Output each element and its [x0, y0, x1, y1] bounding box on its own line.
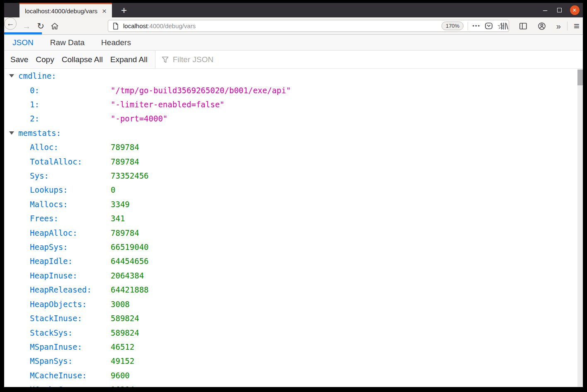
json-row: HeapIdle:64454656 [4, 254, 577, 268]
json-value: 789784 [111, 143, 139, 152]
json-row: HeapInuse:2064384 [4, 269, 577, 283]
json-key: TotalAlloc: [30, 157, 82, 166]
new-tab-button[interactable]: + [118, 3, 130, 17]
json-row: HeapObjects:3008 [4, 297, 577, 311]
close-icon: × [570, 5, 580, 15]
json-key: Alloc: [30, 143, 58, 152]
tab-close-icon[interactable]: × [101, 7, 108, 15]
json-viewer-tabs: JSON Raw Data Headers [4, 35, 583, 51]
json-value: "-limiter-enabled=false" [111, 100, 225, 109]
filter-funnel-icon [161, 56, 169, 63]
json-row: 0:"/tmp/go-build3569265020/b001/exe/api" [4, 83, 577, 97]
collapse-all-button[interactable]: Collapse All [62, 55, 103, 64]
library-icon[interactable] [500, 22, 509, 30]
json-key: Frees: [30, 214, 58, 223]
json-key: 0: [30, 86, 39, 95]
json-key: Lookups: [30, 185, 68, 194]
json-key: StackInuse: [30, 314, 82, 323]
save-button[interactable]: Save [10, 55, 28, 64]
hamburger-menu-icon[interactable]: ≡ [574, 21, 580, 31]
json-row: MSpanSys:49152 [4, 354, 577, 368]
minimize-button[interactable]: – [538, 6, 552, 15]
json-key: cmdline: [18, 71, 56, 80]
url-bar[interactable]: localhost:4000/debug/vars 170% ••• ☆ [108, 20, 509, 32]
json-key: HeapObjects: [30, 300, 87, 309]
json-value: 0 [111, 185, 115, 194]
page-actions-icon[interactable]: ••• [472, 23, 480, 29]
json-key: MSpanSys: [30, 356, 73, 365]
json-value: 3008 [111, 300, 130, 309]
sidebar-icon[interactable] [519, 22, 527, 30]
window-controls: – × [538, 3, 583, 17]
json-value: "/tmp/go-build3569265020/b001/exe/api" [111, 86, 291, 95]
json-value: "-port=4000" [111, 114, 167, 123]
close-button[interactable]: × [566, 5, 583, 15]
tab-json[interactable]: JSON [4, 35, 42, 50]
copy-button[interactable]: Copy [36, 55, 54, 64]
json-key: StackSys: [30, 328, 73, 337]
json-key: 2: [30, 114, 39, 123]
json-row: 1:"-limiter-enabled=false" [4, 97, 577, 111]
json-value: 789784 [111, 157, 139, 166]
json-value: 64454656 [111, 256, 149, 266]
json-row: 2:"-port=4000" [4, 111, 577, 126]
json-value: 64421888 [111, 285, 149, 294]
json-value: 16384 [111, 385, 134, 387]
reload-button[interactable]: ↻ [35, 21, 46, 31]
back-button[interactable]: ← [4, 17, 17, 30]
json-key: HeapSys: [30, 242, 68, 252]
url-path: :4000/debug/vars [148, 22, 196, 29]
url-host: localhost [123, 22, 148, 29]
tab-bar: localhost:4000/debug/vars × + – × [4, 3, 583, 17]
json-key: MCacheInuse: [30, 371, 87, 380]
scrollbar-thumb[interactable] [577, 70, 583, 85]
json-value: 73352456 [111, 171, 149, 180]
json-row: Frees:341 [4, 211, 577, 225]
separator [567, 22, 568, 31]
expander-arrow-icon[interactable] [9, 74, 14, 77]
json-key: MCacheSys: [30, 385, 77, 387]
json-key: HeapAlloc: [30, 228, 77, 237]
forward-button[interactable]: → [21, 21, 32, 31]
json-row: Lookups:0 [4, 183, 577, 197]
json-value: 589824 [111, 314, 139, 323]
json-tree: cmdline:0:"/tmp/go-build3569265020/b001/… [4, 69, 577, 387]
overflow-menu-icon[interactable]: » [556, 22, 561, 30]
json-value: 789784 [111, 228, 139, 237]
json-key: HeapReleased: [30, 285, 92, 294]
json-viewer-toolbar: Save Copy Collapse All Expand All Filter… [4, 51, 583, 69]
json-value: 3349 [111, 200, 130, 209]
json-value: 49152 [111, 356, 134, 365]
scrollbar-track[interactable] [577, 69, 583, 387]
json-row: HeapAlloc:789784 [4, 225, 577, 240]
home-icon [51, 22, 59, 30]
tab-raw-data[interactable]: Raw Data [42, 35, 93, 50]
expander-arrow-icon[interactable] [9, 131, 14, 135]
json-row: Sys:73352456 [4, 169, 577, 183]
zoom-level-button[interactable]: 170% [441, 22, 463, 30]
json-row: memstats: [4, 126, 577, 140]
json-key: HeapInuse: [30, 271, 77, 280]
json-row: MCacheSys:16384 [4, 382, 577, 387]
pocket-icon[interactable] [485, 22, 493, 30]
json-row: HeapReleased:64421888 [4, 283, 577, 297]
account-icon[interactable] [538, 22, 546, 30]
json-value: 46512 [111, 342, 134, 351]
url-text[interactable]: localhost:4000/debug/vars [123, 22, 196, 29]
json-key: HeapIdle: [30, 256, 73, 266]
tab-headers[interactable]: Headers [93, 35, 139, 50]
json-value: 9600 [111, 371, 130, 380]
json-key: memstats: [18, 128, 61, 138]
json-row: TotalAlloc:789784 [4, 154, 577, 168]
tab-title: localhost:4000/debug/vars [25, 7, 101, 15]
json-row: MSpanInuse:46512 [4, 340, 577, 354]
maximize-button[interactable] [552, 8, 566, 12]
browser-window: localhost:4000/debug/vars × + – × ← → ↻ [4, 3, 583, 387]
home-button[interactable] [49, 21, 60, 31]
browser-tab[interactable]: localhost:4000/debug/vars × [19, 3, 112, 17]
filter-json-input[interactable]: Filter JSON [155, 51, 583, 68]
json-row: MCacheInuse:9600 [4, 368, 577, 382]
json-key: MSpanInuse: [30, 342, 82, 351]
page-icon [112, 22, 119, 30]
expand-all-button[interactable]: Expand All [110, 55, 148, 64]
